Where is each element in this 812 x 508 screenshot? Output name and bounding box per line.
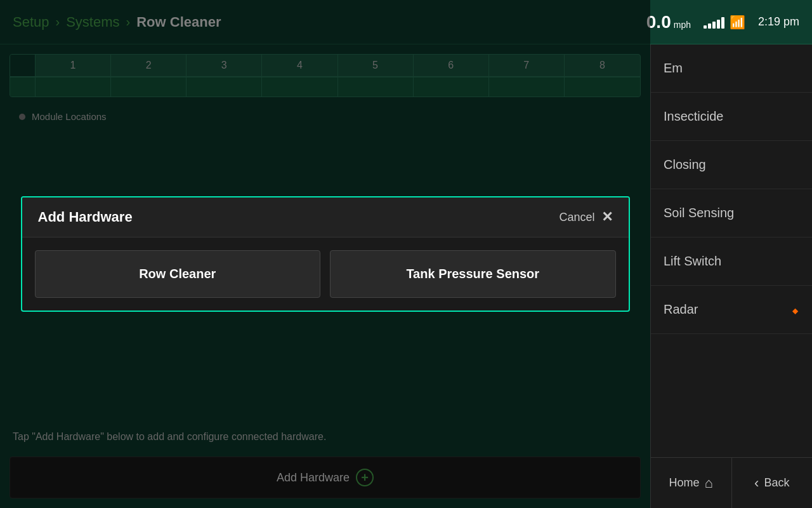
back-label: Back <box>764 476 789 490</box>
modal-cancel-button[interactable]: Cancel ✕ <box>559 209 612 225</box>
sidebar-item-insecticide-label: Insecticide <box>664 109 724 124</box>
sidebar-spacer <box>651 334 812 457</box>
sidebar-item-em[interactable]: Em <box>651 44 812 93</box>
signal-bar-2 <box>708 23 711 29</box>
row-cleaner-option-button[interactable]: Row Cleaner <box>35 250 321 298</box>
sidebar-item-em-label: Em <box>664 61 683 76</box>
signal-bars-icon <box>704 16 724 29</box>
modal-body: Row Cleaner Tank Pressure Sensor <box>22 237 629 311</box>
header-right: 0.0 mph 📶 2:19 pm <box>646 12 799 32</box>
sidebar-item-soil-sensing-label: Soil Sensing <box>664 206 734 220</box>
sidebar-item-closing-label: Closing <box>664 157 706 172</box>
signal-area: 📶 <box>704 15 745 30</box>
tank-pressure-sensor-option-button[interactable]: Tank Pressure Sensor <box>330 250 616 298</box>
sidebar-item-lift-switch-label: Lift Switch <box>664 254 721 269</box>
wireless-icon: 📶 <box>730 15 745 30</box>
sidebar-item-insecticide[interactable]: Insecticide <box>651 93 812 141</box>
sidebar-item-soil-sensing[interactable]: Soil Sensing <box>651 189 812 237</box>
warning-icon: ⬥ <box>791 302 799 318</box>
home-button[interactable]: Home ⌂ <box>651 458 732 508</box>
sidebar-item-radar[interactable]: Radar ⬥ <box>651 286 812 334</box>
signal-bar-1 <box>704 25 707 29</box>
signal-bar-4 <box>717 20 720 29</box>
close-icon: ✕ <box>601 209 613 225</box>
modal-title: Add Hardware <box>38 209 133 225</box>
back-button[interactable]: ‹ Back <box>732 458 813 508</box>
speed-unit: mph <box>674 20 691 30</box>
time-display: 2:19 pm <box>758 15 799 29</box>
home-label: Home <box>669 476 700 490</box>
bottom-nav: Home ⌂ ‹ Back <box>651 457 812 508</box>
sidebar-item-lift-switch[interactable]: Lift Switch <box>651 237 812 286</box>
modal-overlay[interactable]: Add Hardware Cancel ✕ Row Cleaner Tank P… <box>0 0 650 508</box>
sidebar-item-radar-label: Radar <box>664 302 698 317</box>
cancel-label: Cancel <box>559 211 594 224</box>
sidebar-item-closing[interactable]: Closing <box>651 141 812 189</box>
modal-header: Add Hardware Cancel ✕ <box>22 197 629 237</box>
signal-bar-3 <box>712 22 716 29</box>
home-icon: ⌂ <box>705 475 713 491</box>
add-hardware-modal: Add Hardware Cancel ✕ Row Cleaner Tank P… <box>21 196 630 312</box>
back-chevron-icon: ‹ <box>754 475 759 491</box>
sidebar: Em Insecticide Closing Soil Sensing Lift… <box>650 44 812 508</box>
signal-bar-5 <box>721 17 724 29</box>
speed-display: 0.0 mph <box>646 12 691 32</box>
